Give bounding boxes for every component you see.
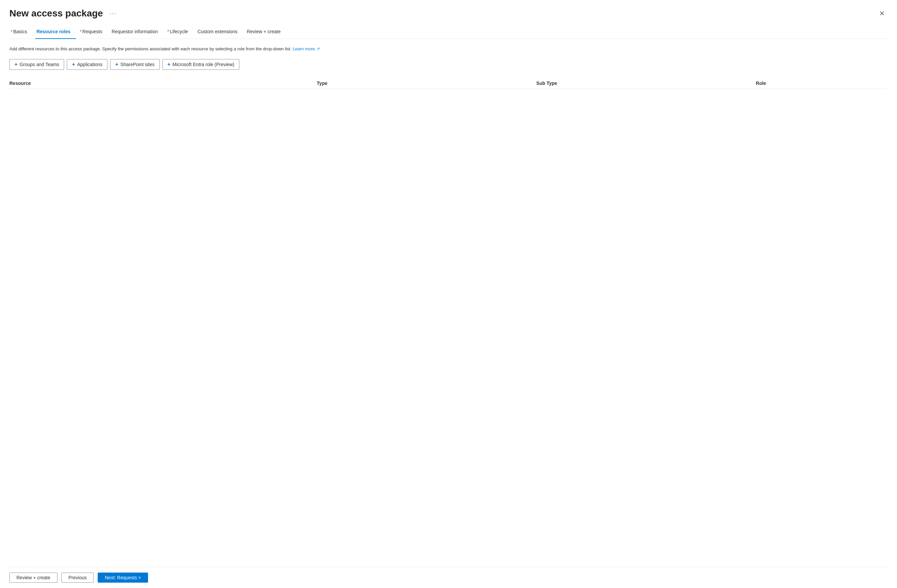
resource-btn-applications[interactable]: +Applications	[67, 59, 107, 70]
close-button[interactable]: ✕	[877, 9, 888, 18]
header-left: New access package ···	[9, 8, 119, 19]
resource-btn-entra-role[interactable]: +Microsoft Entra role (Preview)	[162, 59, 240, 70]
tab-label: Lifecycle	[170, 29, 188, 34]
resource-btn-sharepoint-sites[interactable]: +SharePoint sites	[110, 59, 159, 70]
resource-btn-label: SharePoint sites	[121, 62, 155, 67]
col-header-subtype: Sub Type	[536, 78, 756, 89]
learn-more-link[interactable]: Learn more ↗	[293, 46, 320, 51]
tab-lifecycle[interactable]: *Lifecycle	[166, 26, 193, 39]
review-create-button[interactable]: Review + create	[9, 573, 57, 583]
required-star: *	[167, 29, 169, 34]
tab-custom-extensions[interactable]: Custom extensions	[196, 26, 243, 39]
tab-resource-roles[interactable]: Resource roles	[35, 26, 76, 39]
content-area: Add different resources to this access p…	[9, 46, 888, 567]
tab-review-create[interactable]: Review + create	[245, 26, 286, 39]
resource-btn-groups-teams[interactable]: +Groups and Teams	[9, 59, 64, 70]
required-star: *	[80, 29, 81, 34]
tab-requestor-info[interactable]: Requestor information	[110, 26, 163, 39]
tab-label: Basics	[13, 29, 27, 34]
tab-label: Requestor information	[112, 29, 158, 34]
bottom-bar: Review + create Previous Next: Requests …	[9, 567, 888, 588]
tab-requests[interactable]: *Requests	[78, 26, 108, 39]
resource-btn-label: Groups and Teams	[20, 62, 59, 67]
resource-btn-label: Applications	[77, 62, 103, 67]
resource-btn-label: Microsoft Entra role (Preview)	[173, 62, 234, 67]
col-header-resource: Resource	[9, 78, 317, 89]
next-button[interactable]: Next: Requests >	[98, 573, 148, 583]
plus-icon: +	[167, 61, 170, 67]
ellipsis-button[interactable]: ···	[107, 9, 119, 18]
tabs-row: *BasicsResource roles*RequestsRequestor …	[9, 26, 888, 39]
tab-label: Resource roles	[37, 29, 70, 34]
page-title: New access package	[9, 8, 103, 19]
col-header-role: Role	[756, 78, 888, 89]
external-link-icon: ↗	[315, 46, 320, 51]
page-container: New access package ··· ✕ *BasicsResource…	[0, 0, 897, 588]
tab-label: Review + create	[247, 29, 281, 34]
plus-icon: +	[14, 61, 17, 67]
resource-buttons-row: +Groups and Teams+Applications+SharePoin…	[9, 59, 888, 70]
col-header-type: Type	[317, 78, 536, 89]
plus-icon: +	[115, 61, 118, 67]
tab-label: Requests	[82, 29, 102, 34]
header-row: New access package ··· ✕	[9, 8, 888, 19]
tab-basics[interactable]: *Basics	[9, 26, 32, 39]
resource-table: Resource Type Sub Type Role	[9, 78, 888, 89]
required-star: *	[11, 29, 12, 34]
tab-label: Custom extensions	[197, 29, 237, 34]
info-text: Add different resources to this access p…	[9, 46, 888, 52]
previous-button[interactable]: Previous	[61, 573, 94, 583]
plus-icon: +	[72, 61, 75, 67]
